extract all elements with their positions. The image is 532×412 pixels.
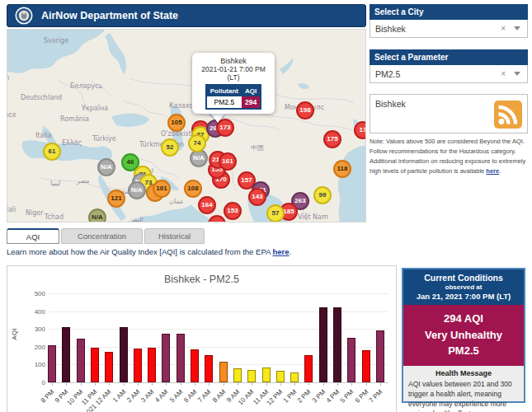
chart-x-tick xyxy=(224,383,224,386)
map-place-label: عمان xyxy=(169,198,184,205)
popup-col-aqi: AQI xyxy=(242,85,261,96)
note-body: Note: Values above 500 are considered Be… xyxy=(370,138,525,175)
map-place-label: Italia xyxy=(35,132,52,139)
chart-bar[interactable] xyxy=(205,355,213,382)
aqi-map-marker[interactable]: 99 xyxy=(313,186,332,204)
page-title: AirNow Department of State xyxy=(41,10,178,21)
aqi-map-marker[interactable]: 108 xyxy=(184,180,202,198)
select-parameter-header: Select a Parameter xyxy=(370,49,528,65)
city-caret-down-icon[interactable] xyxy=(514,26,520,30)
aqi-map-marker[interactable]: 118 xyxy=(333,160,351,178)
chart-bar[interactable] xyxy=(62,327,70,382)
chart-bar[interactable] xyxy=(91,348,99,382)
map-popup[interactable]: Bishkek 2021-01-21 7:00 PM (LT) Pollutan… xyxy=(192,53,275,114)
cc-health-text: AQI values between 201 and 300 trigger a… xyxy=(408,379,519,412)
chart-bar[interactable] xyxy=(105,352,113,382)
chart-bar[interactable] xyxy=(177,334,185,382)
cc-observed-at: observed at xyxy=(405,283,522,291)
chart-x-tick xyxy=(66,383,67,386)
chart-x-tick xyxy=(152,383,153,386)
map-place-label: Türkiye xyxy=(92,135,116,143)
aqi-map-marker[interactable]: 101 xyxy=(153,180,171,198)
chart-bar[interactable] xyxy=(333,307,341,382)
chart-bar[interactable] xyxy=(262,368,271,382)
chart-bar[interactable] xyxy=(219,362,228,382)
chart-x-tick xyxy=(238,383,238,386)
chart-bar[interactable] xyxy=(304,355,313,382)
aqi-map-marker[interactable]: 52 xyxy=(161,138,179,157)
chart-x-tick xyxy=(323,383,324,386)
map-place-label: Sverige xyxy=(44,37,68,44)
chart-y-tick: 0 xyxy=(21,379,45,386)
aqi-map-marker[interactable]: N/A xyxy=(88,208,106,222)
aqi-map-marker[interactable]: 57 xyxy=(266,204,285,222)
chart-bar[interactable] xyxy=(162,334,170,382)
parameter-select[interactable]: PM2.5 × xyxy=(370,65,528,83)
chart-y-tick: 200 xyxy=(21,344,45,351)
tab-historical[interactable]: Historical xyxy=(144,228,205,244)
aqi-map-marker[interactable]: 164 xyxy=(198,196,216,214)
aqi-map-marker[interactable]: 153 xyxy=(224,202,242,220)
aqi-map-marker[interactable]: 175 xyxy=(323,130,341,148)
learn-more-text: Learn more about how the Air Quality Ind… xyxy=(7,247,291,256)
chart-x-tick xyxy=(95,383,96,386)
chart-bar[interactable] xyxy=(48,345,56,382)
aqi-map-marker[interactable]: 74 xyxy=(188,134,206,152)
map-place-label: Deutschland xyxy=(21,94,62,101)
parameter-caret-down-icon[interactable] xyxy=(514,72,520,76)
learn-more-body: Learn more about how the Air Quality Ind… xyxy=(7,247,272,256)
chart-bar[interactable] xyxy=(376,330,384,382)
chart-x-tick xyxy=(280,383,281,386)
map-place-label: مصر xyxy=(77,177,90,185)
epa-here-link[interactable]: here xyxy=(272,247,289,256)
tab-concentration[interactable]: Concentration xyxy=(61,228,143,244)
chart-y-axis-label: AQI xyxy=(11,329,18,340)
aqi-map-marker[interactable]: 105 xyxy=(167,114,186,132)
learn-more-suffix: . xyxy=(290,247,292,256)
tab-aqi[interactable]: AQI xyxy=(7,228,59,244)
beyond-aqi-note: Note: Values above 500 are considered Be… xyxy=(370,137,528,176)
aqi-map-marker[interactable]: 17 xyxy=(354,121,366,139)
app-header: AirNow Department of State xyxy=(7,4,366,27)
chart-bar[interactable] xyxy=(77,339,85,382)
aqi-map-marker[interactable]: 143 xyxy=(248,188,266,206)
chart-x-tick xyxy=(266,383,267,386)
city-clear-icon[interactable]: × xyxy=(501,24,506,33)
note-here-link[interactable]: here xyxy=(486,167,499,175)
map-place-label: United Kingdom xyxy=(7,74,9,82)
popup-aqi-value: 294 xyxy=(242,96,261,109)
chart-bar[interactable] xyxy=(134,349,142,382)
chart-bar[interactable] xyxy=(120,327,128,382)
chart-x-tick xyxy=(366,383,367,386)
popup-pointer xyxy=(210,113,225,123)
chart-bar[interactable] xyxy=(319,307,327,382)
city-select[interactable]: Bishkek × xyxy=(370,20,528,38)
chart-bar[interactable] xyxy=(290,372,299,382)
chart-bar[interactable] xyxy=(148,348,156,382)
rss-icon[interactable] xyxy=(494,101,522,129)
parameter-clear-icon[interactable]: × xyxy=(501,69,506,78)
chart-bar[interactable] xyxy=(276,371,285,382)
chart-bar[interactable] xyxy=(347,338,355,382)
aqi-map-marker[interactable]: 61 xyxy=(43,143,61,161)
chart-x-tick xyxy=(337,383,338,386)
cc-datetime: Jan 21, 2021 7:00 PM (LT) xyxy=(405,292,522,301)
popup-datetime: 2021-01-21 7:00 PM xyxy=(192,65,275,73)
aqi-map-marker[interactable]: 198 xyxy=(296,101,314,119)
aqi-map-marker[interactable]: N/A xyxy=(97,158,115,176)
popup-table: Pollutant AQI PM2.5 294 xyxy=(205,84,261,110)
chart-bar[interactable] xyxy=(247,370,256,382)
chart-bar[interactable] xyxy=(362,350,370,382)
map-place-label: France xyxy=(7,111,16,119)
chart-x-tick xyxy=(124,383,125,386)
aqi-map-marker[interactable]: 161 xyxy=(219,152,237,171)
map-place-label: România xyxy=(60,115,89,123)
chart-bar[interactable] xyxy=(233,368,242,382)
aqi-map-marker[interactable]: N/A xyxy=(128,181,146,199)
map-place-label: Việt Nam xyxy=(298,213,328,221)
aqi-map[interactable]: SverigeUnited KingdomDeutschlandБеларусь… xyxy=(7,29,366,222)
map-place-label: Tchad xyxy=(45,213,64,221)
rss-feed-box: Bishkek xyxy=(370,94,528,133)
chart-bar[interactable] xyxy=(191,349,199,382)
aqi-map-marker[interactable]: 121 xyxy=(107,190,125,208)
